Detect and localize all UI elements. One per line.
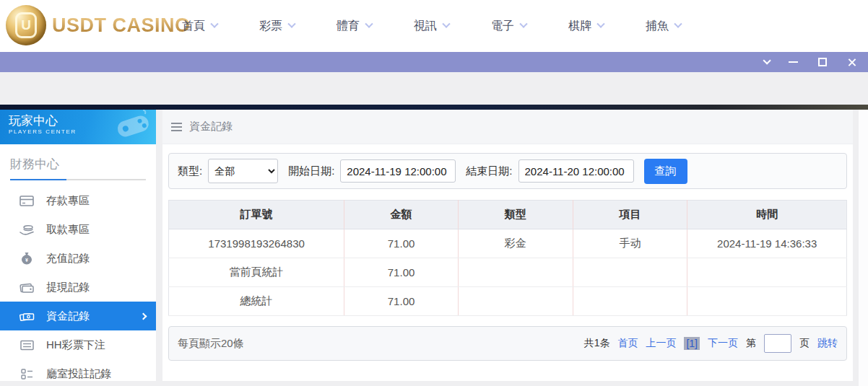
nav-label: 體育 xyxy=(337,19,360,34)
site-logo[interactable]: U USDT CASINO xyxy=(6,5,191,45)
current-page-indicator: [1] xyxy=(684,337,700,350)
logo-ball-icon: U xyxy=(6,5,46,45)
sidebar-item-label: HH彩票下注 xyxy=(46,338,146,352)
nav-item-fishing[interactable]: 捕魚 xyxy=(646,19,681,34)
cell-order-no: 總統計 xyxy=(169,287,344,316)
table-row-total-summary: 總統計 71.00 xyxy=(169,287,847,316)
nav-item-sports[interactable]: 體育 xyxy=(337,19,372,34)
wallet-icon xyxy=(19,281,35,293)
page-size-text: 每頁顯示20條 xyxy=(178,337,244,351)
moneybag-icon: ¥ xyxy=(19,252,35,265)
nav-label: 捕魚 xyxy=(646,19,669,34)
jump-button[interactable]: 跳转 xyxy=(817,337,838,350)
cell-item xyxy=(573,287,687,316)
nav-label: 彩票 xyxy=(259,19,282,34)
site-header: U USDT CASINO 首頁 彩票 體育 視訊 電子 棋牌 捕魚 xyxy=(0,0,868,52)
sidebar-item-deposit[interactable]: 存款專區 xyxy=(0,186,156,215)
sidebar-menu: 存款專區 取款專區 ¥ 充值記錄 提現記錄 資金記錄 xyxy=(0,186,156,381)
logo-letter: U xyxy=(15,12,37,38)
cell-type xyxy=(458,258,573,287)
column-order-no: 訂單號 xyxy=(169,201,344,229)
nav-item-slots[interactable]: 電子 xyxy=(491,19,526,34)
nav-label: 首頁 xyxy=(182,19,205,34)
end-date-input[interactable] xyxy=(518,159,634,183)
page-jump-input[interactable] xyxy=(764,334,791,353)
nav-item-live[interactable]: 視訊 xyxy=(414,19,449,34)
start-date-input[interactable] xyxy=(340,159,456,183)
nav-item-lottery[interactable]: 彩票 xyxy=(259,19,295,34)
maximize-icon[interactable] xyxy=(818,58,827,66)
deposit-card-icon xyxy=(19,195,35,207)
search-button[interactable]: 查詢 xyxy=(644,159,687,184)
withdraw-hand-icon xyxy=(19,224,35,236)
nav-item-home[interactable]: 首頁 xyxy=(182,19,217,34)
cell-time xyxy=(687,258,847,287)
nav-item-cards[interactable]: 棋牌 xyxy=(568,19,604,34)
type-label: 類型: xyxy=(178,165,202,178)
table-header-row: 訂單號 金額 類型 項目 時間 xyxy=(169,201,847,229)
chevron-right-icon xyxy=(140,312,147,320)
sidebar-item-recharge-record[interactable]: ¥ 充值記錄 xyxy=(0,244,156,273)
type-select[interactable]: 全部 xyxy=(208,159,278,183)
first-page-link[interactable]: 首页 xyxy=(617,337,638,350)
collapse-chevron-icon[interactable] xyxy=(763,56,771,64)
jump-suffix: 页 xyxy=(799,337,810,350)
jump-prefix: 第 xyxy=(746,337,756,350)
next-page-link[interactable]: 下一页 xyxy=(708,337,738,350)
chevron-down-icon xyxy=(210,20,218,28)
svg-text:¥: ¥ xyxy=(25,258,28,263)
sidebar-item-withdraw[interactable]: 取款專區 xyxy=(0,215,156,244)
content-body: 類型: 全部 開始日期: 結束日期: 查詢 訂單號 金額 類型 項目 時間 xyxy=(162,144,853,361)
chevron-down-icon xyxy=(287,20,295,28)
cell-type xyxy=(458,287,573,316)
cell-order-no: 當前頁統計 xyxy=(169,258,344,287)
pager: 共1条 首页 上一页 [1] 下一页 第 页 跳转 xyxy=(584,334,838,353)
sidebar-item-funds-record[interactable]: 資金記錄 xyxy=(0,302,156,330)
cell-item: 手动 xyxy=(573,229,687,258)
main-content: 資金記錄 類型: 全部 開始日期: 結束日期: 查詢 訂單號 金額 類型 xyxy=(162,110,853,381)
sidebar-item-label: 廳室投註記錄 xyxy=(46,367,146,381)
players-center-banner: 玩家中心 PLAYERS CENTER xyxy=(0,110,156,144)
column-item: 項目 xyxy=(573,201,687,229)
column-amount: 金額 xyxy=(344,201,459,229)
nav-label: 電子 xyxy=(491,19,514,34)
cell-item xyxy=(573,258,687,287)
sidebar-item-label: 取款專區 xyxy=(46,223,146,237)
section-divider xyxy=(10,179,146,180)
cell-type: 彩金 xyxy=(458,229,573,258)
page-title: 資金記錄 xyxy=(189,120,233,133)
prev-page-link[interactable]: 上一页 xyxy=(646,337,676,350)
sidebar-item-label: 存款專區 xyxy=(46,194,146,208)
chevron-down-icon xyxy=(674,20,682,28)
nav-label: 棋牌 xyxy=(568,19,591,34)
tasklist-icon xyxy=(19,369,35,380)
menu-toggle-icon[interactable] xyxy=(171,123,182,131)
cash-icon xyxy=(19,310,35,323)
end-date-label: 結束日期: xyxy=(466,165,512,178)
minimize-icon[interactable] xyxy=(789,61,798,63)
table-row-page-summary: 當前頁統計 71.00 xyxy=(169,258,847,287)
sidebar-item-withdraw-record[interactable]: 提現記錄 xyxy=(0,273,156,302)
logo-text: USDT CASINO xyxy=(52,14,191,37)
cell-amount: 71.00 xyxy=(344,287,459,316)
cell-time xyxy=(687,287,847,316)
pagination-bar: 每頁顯示20條 共1条 首页 上一页 [1] 下一页 第 页 跳转 xyxy=(168,326,847,361)
sidebar-item-label: 資金記錄 xyxy=(46,310,141,323)
close-icon[interactable] xyxy=(847,58,856,67)
cell-order-no: 1731998193264830 xyxy=(169,229,344,258)
sidebar-item-label: 充值記錄 xyxy=(46,252,146,266)
sidebar-item-room-bet-record[interactable]: 廳室投註記錄 xyxy=(0,359,156,381)
chevron-down-icon xyxy=(519,20,527,28)
sidebar-item-label: 提現記錄 xyxy=(46,281,146,294)
cell-time: 2024-11-19 14:36:33 xyxy=(687,229,847,258)
chevron-down-icon xyxy=(442,20,450,28)
gamepad-icon xyxy=(110,110,155,144)
scrollbar-track[interactable] xyxy=(859,110,868,386)
main-nav: 首頁 彩票 體育 視訊 電子 棋牌 捕魚 xyxy=(182,0,681,52)
finance-center-heading: 財務中心 xyxy=(10,156,146,172)
start-date-label: 開始日期: xyxy=(288,165,334,178)
cell-amount: 71.00 xyxy=(344,229,459,258)
filter-bar: 類型: 全部 開始日期: 結束日期: 查詢 xyxy=(168,153,847,189)
column-time: 時間 xyxy=(687,201,847,229)
sidebar-item-hh-lottery-bets[interactable]: HH彩票下注 xyxy=(0,330,156,359)
